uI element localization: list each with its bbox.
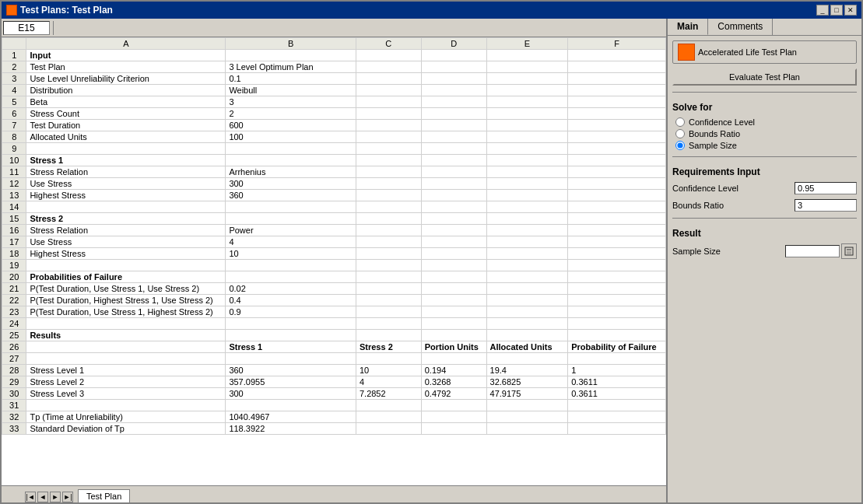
cell-e9[interactable] — [486, 143, 568, 155]
cell-a3[interactable]: Use Level Unreliability Criterion — [26, 73, 226, 85]
cell-e31[interactable] — [486, 400, 568, 411]
cell-b22[interactable]: 0.4 — [226, 295, 356, 306]
cell-e26[interactable]: Allocated Units — [486, 341, 568, 353]
cell-b33[interactable]: 118.3922 — [226, 423, 356, 435]
cell-e25[interactable] — [486, 330, 568, 341]
cell-c15[interactable] — [356, 213, 421, 225]
cell-a31[interactable] — [26, 400, 226, 411]
cell-a5[interactable]: Beta — [26, 96, 226, 108]
cell-e28[interactable]: 19.4 — [486, 365, 568, 376]
cell-d6[interactable] — [421, 108, 486, 120]
cell-d8[interactable] — [421, 131, 486, 143]
cell-f13[interactable] — [568, 190, 666, 201]
cell-a19[interactable] — [26, 260, 226, 271]
cell-a25[interactable]: Results — [26, 330, 226, 341]
cell-c29[interactable]: 4 — [356, 376, 421, 388]
cell-c4[interactable] — [356, 85, 421, 96]
evaluate-button[interactable]: Evaluate Test Plan — [672, 68, 857, 86]
cell-f3[interactable] — [568, 73, 666, 85]
cell-b18[interactable]: 10 — [226, 248, 356, 260]
tab-comments[interactable]: Comments — [708, 19, 773, 35]
cell-d14[interactable] — [421, 201, 486, 213]
cell-d19[interactable] — [421, 260, 486, 271]
cell-a2[interactable]: Test Plan — [26, 61, 226, 73]
cell-a20[interactable]: Probabilities of Failure — [26, 271, 226, 283]
cell-c5[interactable] — [356, 96, 421, 108]
cell-a26[interactable] — [26, 341, 226, 353]
cell-e1[interactable] — [486, 50, 568, 61]
cell-b19[interactable] — [226, 260, 356, 271]
cell-b13[interactable]: 360 — [226, 190, 356, 201]
close-button[interactable]: ✕ — [844, 5, 857, 16]
cell-c2[interactable] — [356, 61, 421, 73]
cell-f31[interactable] — [568, 400, 666, 411]
cell-b4[interactable]: Weibull — [226, 85, 356, 96]
cell-a17[interactable]: Use Stress — [26, 236, 226, 248]
cell-a27[interactable] — [26, 353, 226, 365]
radio-bounds-ratio[interactable]: Bounds Ratio — [675, 129, 857, 138]
cell-e27[interactable] — [486, 353, 568, 365]
cell-d23[interactable] — [421, 306, 486, 318]
cell-f19[interactable] — [568, 260, 666, 271]
cell-f33[interactable] — [568, 423, 666, 435]
cell-c8[interactable] — [356, 131, 421, 143]
cell-b6[interactable]: 2 — [226, 108, 356, 120]
cell-e6[interactable] — [486, 108, 568, 120]
cell-f2[interactable] — [568, 61, 666, 73]
cell-d32[interactable] — [421, 411, 486, 423]
sample-size-input[interactable] — [785, 245, 840, 257]
cell-b30[interactable]: 300 — [226, 388, 356, 400]
cell-d5[interactable] — [421, 96, 486, 108]
cell-d29[interactable]: 0.3268 — [421, 376, 486, 388]
tab-first-button[interactable]: |◄ — [25, 492, 36, 502]
cell-a21[interactable]: P(Test Duration, Use Stress 1, Use Stres… — [26, 283, 226, 295]
cell-f10[interactable] — [568, 155, 666, 166]
cell-f8[interactable] — [568, 131, 666, 143]
cell-e29[interactable]: 32.6825 — [486, 376, 568, 388]
cell-f27[interactable] — [568, 353, 666, 365]
cell-f17[interactable] — [568, 236, 666, 248]
cell-b29[interactable]: 357.0955 — [226, 376, 356, 388]
cell-c31[interactable] — [356, 400, 421, 411]
cell-b26[interactable]: Stress 1 — [226, 341, 356, 353]
cell-f29[interactable]: 0.3611 — [568, 376, 666, 388]
cell-b28[interactable]: 360 — [226, 365, 356, 376]
cell-c26[interactable]: Stress 2 — [356, 341, 421, 353]
cell-c13[interactable] — [356, 190, 421, 201]
cell-d12[interactable] — [421, 178, 486, 190]
cell-d11[interactable] — [421, 166, 486, 178]
cell-e15[interactable] — [486, 213, 568, 225]
maximize-button[interactable]: □ — [830, 5, 843, 16]
radio-confidence-level[interactable]: Confidence Level — [675, 117, 857, 127]
cell-b17[interactable]: 4 — [226, 236, 356, 248]
cell-f1[interactable] — [568, 50, 666, 61]
cell-f30[interactable]: 0.3611 — [568, 388, 666, 400]
cell-e5[interactable] — [486, 96, 568, 108]
cell-b12[interactable]: 300 — [226, 178, 356, 190]
cell-d2[interactable] — [421, 61, 486, 73]
cell-c22[interactable] — [356, 295, 421, 306]
cell-e24[interactable] — [486, 318, 568, 330]
cell-f22[interactable] — [568, 295, 666, 306]
cell-d10[interactable] — [421, 155, 486, 166]
plan-button[interactable]: Accelerated Life Test Plan — [672, 40, 857, 64]
cell-c21[interactable] — [356, 283, 421, 295]
cell-d24[interactable] — [421, 318, 486, 330]
sheet-tab-test-plan[interactable]: Test Plan — [78, 489, 130, 502]
cell-b16[interactable]: Power — [226, 225, 356, 236]
cell-d30[interactable]: 0.4792 — [421, 388, 486, 400]
cell-c11[interactable] — [356, 166, 421, 178]
cell-f16[interactable] — [568, 225, 666, 236]
cell-d18[interactable] — [421, 248, 486, 260]
cell-d13[interactable] — [421, 190, 486, 201]
cell-c20[interactable] — [356, 271, 421, 283]
cell-e33[interactable] — [486, 423, 568, 435]
cell-f5[interactable] — [568, 96, 666, 108]
confidence-level-input[interactable] — [795, 182, 857, 194]
cell-f7[interactable] — [568, 120, 666, 131]
cell-b20[interactable] — [226, 271, 356, 283]
cell-a28[interactable]: Stress Level 1 — [26, 365, 226, 376]
cell-f9[interactable] — [568, 143, 666, 155]
cell-f23[interactable] — [568, 306, 666, 318]
cell-e12[interactable] — [486, 178, 568, 190]
